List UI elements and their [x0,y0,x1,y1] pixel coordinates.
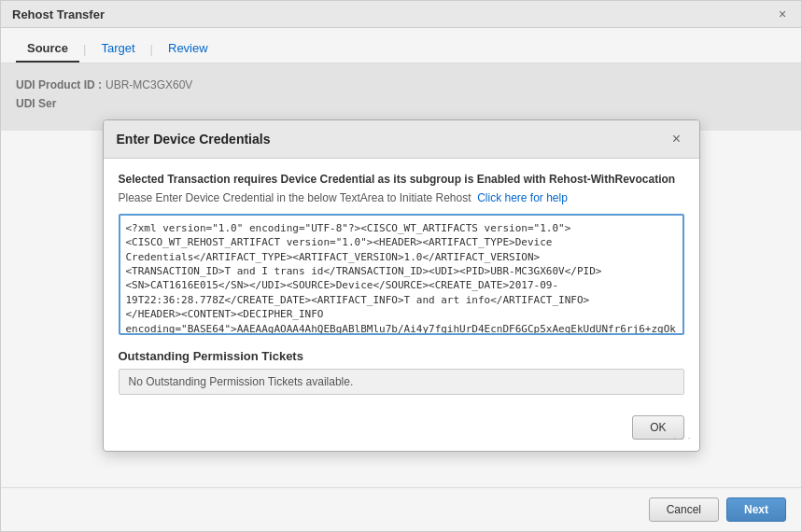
permission-section: Outstanding Permission Tickets No Outsta… [119,349,684,395]
tab-review[interactable]: Review [157,35,219,63]
modal-header: Enter Device Credentials × [104,120,699,159]
cancel-button[interactable]: Cancel [649,497,719,522]
tab-sep-1: | [83,42,86,56]
tab-source[interactable]: Source [16,35,79,63]
title-bar: Rehost Transfer × [1,1,801,28]
window-close-icon[interactable]: × [775,7,790,21]
modal-footer: OK [104,408,699,451]
tab-target[interactable]: Target [90,35,146,63]
tab-sep-2: | [150,42,153,56]
content-area: UDI Product ID : UBR-MC3GX60V UDI Ser En… [1,63,801,131]
credential-textarea[interactable] [119,214,684,335]
modal-overlay: Enter Device Credentials × Selected Tran… [1,63,801,131]
nav-tabs: Source | Target | Review [1,28,801,63]
permission-text: No Outstanding Permission Tickets availa… [129,375,354,388]
modal-description: Selected Transaction requires Device Cre… [119,172,684,188]
permission-box: No Outstanding Permission Tickets availa… [119,369,684,395]
modal-subtext: Please Enter Device Credential in the be… [119,191,684,204]
modal-close-button[interactable]: × [668,130,686,148]
bottom-bar: Cancel Next [1,487,801,531]
help-link[interactable]: Click here for help [477,191,568,204]
main-window: Rehost Transfer × Source | Target | Revi… [0,0,802,532]
modal-body: Selected Transaction requires Device Cre… [104,159,699,408]
window-title: Rehost Transfer [12,7,105,21]
permission-title: Outstanding Permission Tickets [119,349,684,363]
enter-credentials-modal: Enter Device Credentials × Selected Tran… [103,119,700,452]
drag-handle: · · · [674,433,692,443]
next-button[interactable]: Next [726,497,786,522]
modal-title: Enter Device Credentials [117,132,271,147]
